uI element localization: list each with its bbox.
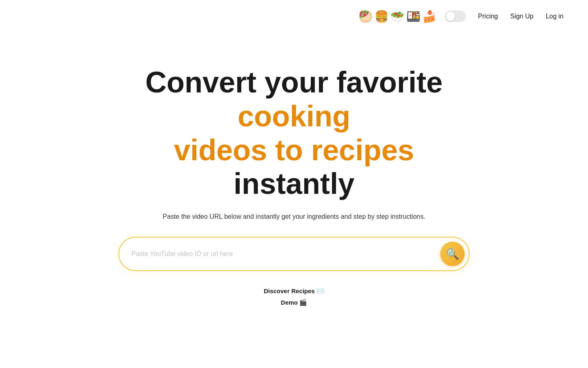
food-icon-4: 🍱 [406, 10, 421, 23]
nav-login[interactable]: Log in [546, 13, 564, 20]
search-wrapper: 🔍 [118, 237, 470, 271]
demo-link[interactable]: Demo 🎬 [281, 299, 307, 306]
nav-pricing[interactable]: Pricing [478, 13, 498, 20]
hero-title-part1: Convert your favorite [145, 66, 443, 99]
nav-links: Pricing Sign Up Log in [478, 13, 564, 20]
discover-recipes-link[interactable]: Discover Recipes ✉️ [264, 287, 324, 295]
search-container: 🔍 [118, 237, 470, 271]
search-input[interactable] [131, 250, 440, 258]
search-icon: 🔍 [446, 248, 459, 260]
toggle-knob [446, 12, 455, 21]
food-icon-2: 🍔 [374, 10, 389, 23]
theme-toggle[interactable] [445, 11, 466, 22]
hero-title: Convert your favorite cooking videos to … [110, 65, 478, 201]
hero-title-videos: videos to recipes [174, 134, 414, 166]
nav-signup[interactable]: Sign Up [510, 13, 533, 20]
hero-section: Convert your favorite cooking videos to … [0, 33, 588, 306]
hero-title-instantly: instantly [234, 167, 354, 200]
food-icon-1: 🥙 [359, 10, 373, 23]
below-search: Discover Recipes ✉️ Demo 🎬 [264, 287, 324, 306]
hero-title-cooking: cooking [238, 100, 350, 132]
nav-food-icons: 🥙 🍔 🥗 🍱 🍰 [359, 10, 437, 23]
food-icon-5: 🍰 [422, 10, 437, 23]
search-button[interactable]: 🔍 [440, 242, 465, 266]
navbar: 🥙 🍔 🥗 🍱 🍰 Pricing Sign Up Log in [0, 0, 588, 33]
hero-subtitle: Paste the video URL below and instantly … [163, 213, 425, 220]
food-icon-3: 🥗 [390, 10, 405, 23]
